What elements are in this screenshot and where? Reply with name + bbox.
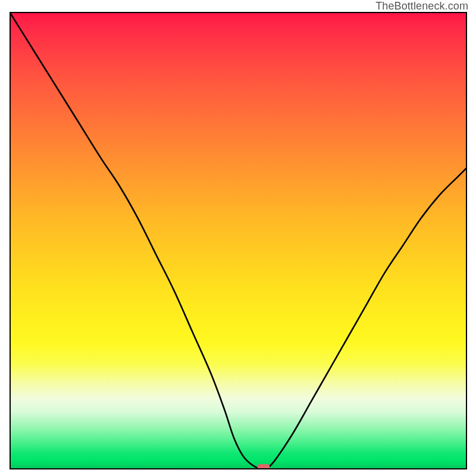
bottleneck-chart: TheBottleneck.com <box>0 0 476 476</box>
optimum-marker <box>257 464 270 469</box>
curve-svg <box>10 12 467 469</box>
plot-area <box>10 12 467 469</box>
bottleneck-curve-path <box>10 12 467 469</box>
watermark-text: TheBottleneck.com <box>375 0 468 12</box>
